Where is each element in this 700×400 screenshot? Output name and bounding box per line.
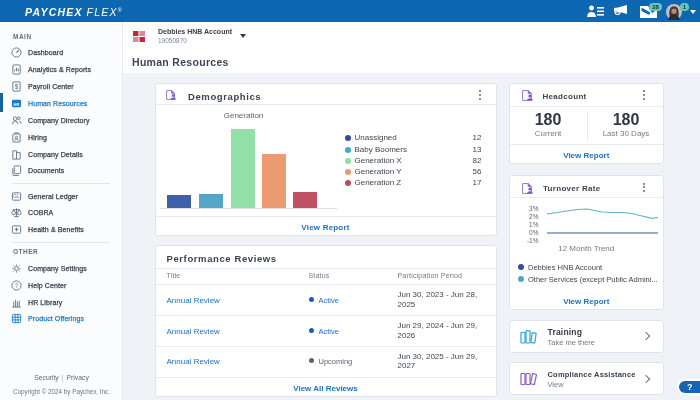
svg-text:$: $ (15, 82, 19, 89)
svg-text:GL: GL (13, 194, 20, 199)
svg-text:HR: HR (13, 101, 19, 106)
svg-text:?: ? (15, 281, 19, 288)
